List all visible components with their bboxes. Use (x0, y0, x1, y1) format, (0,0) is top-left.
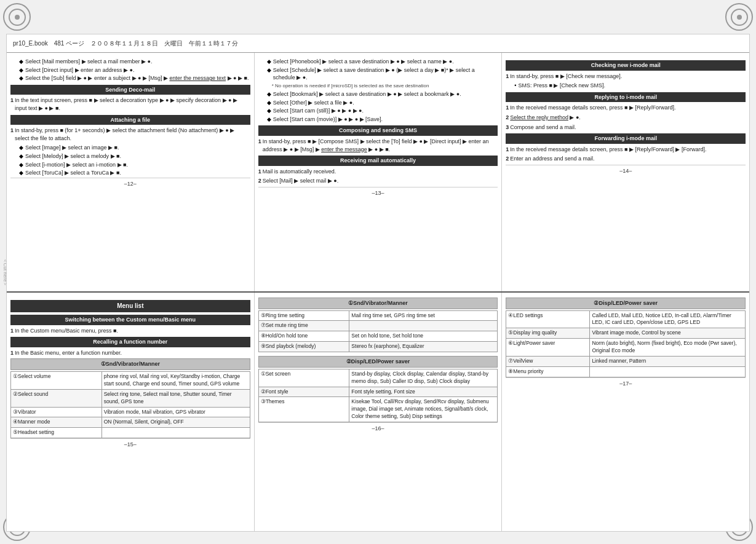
snd-vibrator-table-p15: ①Select volume phone ring vol, Mail ring… (10, 371, 250, 438)
snd-vibrator-table-p16: ⑤Ring time setting Mail ring time set, G… (258, 310, 498, 353)
table-row: ③Themes Kisekae Tool, Call/Rcv display, … (258, 397, 498, 422)
table-row: ④LED settings Called LED, Mail LED, Noti… (506, 310, 746, 328)
recall-step1: 1 In the Basic menu, enter a function nu… (10, 349, 250, 357)
step-number: 3 (506, 124, 509, 132)
bullet-icon: ◆ (267, 107, 271, 115)
step-text: Enter an address and send a mail. (510, 155, 594, 163)
disp-led-header-p17: ②Disp/LED/Power saver (506, 298, 746, 309)
table-cell-key: ①Select volume (11, 371, 102, 389)
table-cell-value: Stereo fx (earphone), Equalizer (349, 342, 498, 352)
forward-step2: 2 Enter an address and send a mail. (506, 155, 746, 163)
book-page: pr10_E.book 481 ページ ２００８年１１月１８日 火曜日 午前１１… (6, 34, 750, 532)
menu-list-header: Menu list (10, 300, 250, 312)
table-row: ⑦VeilView Linked manner, Pattern (506, 357, 746, 367)
bullet-text: Select [Start cam (still)] ▶ ● ▶ ● ▶ ●. (273, 107, 364, 115)
bullet-icon: ◆ (19, 152, 23, 160)
step-text: In the text input screen, press ■ ▶ sele… (15, 97, 250, 112)
receiving-mail-header: Receiving mail automatically (258, 156, 498, 166)
table-row: ⑦Set mute ring time (258, 321, 498, 331)
replying-imode-header: Replying to i-mode mail (506, 92, 746, 103)
step-number: 1 (506, 104, 509, 112)
page-15-col: Menu list Switching between the Custom m… (7, 293, 255, 531)
bullet-icon: ◆ (19, 74, 23, 82)
table-cell-value (349, 321, 498, 331)
bullet-icon: ◆ (267, 90, 271, 98)
recalling-fn-header: Recalling a function number (10, 337, 250, 347)
table-row: ①Select volume phone ring vol, Mail ring… (11, 371, 250, 389)
table-cell-value: Set on hold tone, Set hold tone (349, 331, 498, 342)
table-cell-key: ⑥Light/Power saver (506, 339, 590, 357)
page-number-13: –13– (258, 187, 498, 199)
table-row: ②Select sound Select ring tone, Select m… (11, 389, 250, 407)
step-text: In the received message details screen, … (510, 146, 706, 154)
check-step1: 1 In stand-by, press ■ ▶ [Check new mess… (506, 73, 746, 81)
step-number: 1 (10, 127, 14, 142)
attaching-sub-bullets: ◆ Select [Image] ▶ select an image ▶ ■. … (10, 144, 250, 176)
table-cell-key: ⑨Snd playbck (melody) (258, 342, 349, 352)
bullet-icon: ◆ (19, 169, 23, 177)
page-17-col: ②Disp/LED/Power saver ④LED settings Call… (502, 293, 749, 531)
bullet-text: Select [Direct input] ▶ enter an address… (25, 66, 135, 74)
table-row: ⑤Ring time setting Mail ring time set, G… (258, 310, 498, 321)
bullet-icon: ◆ (19, 144, 23, 152)
table-cell-key: ⑤Headset setting (11, 428, 102, 438)
table-cell-value: phone ring vol, Mail ring vol, Key/Stand… (101, 371, 250, 389)
bullet-text: Select [Image] ▶ select an image ▶ ■. (25, 144, 119, 152)
page-14-col: Checking new i-mode mail 1 In stand-by, … (502, 53, 749, 291)
disp-led-table-p16: ①Set screen Stand-by display, Clock disp… (258, 369, 498, 422)
step-text: In the received message details screen, … (510, 104, 675, 112)
step-text: Mail is automatically received. (263, 168, 336, 176)
table-row: ⑧Hold/On hold tone Set on hold tone, Set… (258, 331, 498, 342)
attaching-step1: 1 In stand-by, press ■ (for 1+ seconds) … (10, 127, 250, 142)
table-row: ⑤Display img quality Vibrant image mode,… (506, 328, 746, 339)
composing-sms-header: Composing and sending SMS (258, 125, 498, 136)
step-number: 1 (506, 146, 509, 154)
table-cell-value: Font style setting, Font size (349, 387, 498, 397)
bullet-text: SMS: Press ■ ▶ [Check new SMS]. (519, 82, 605, 90)
bullet-text: Select [Mail members] ▶ select a mail me… (25, 58, 153, 66)
table-cell-key: ⑧Menu priority (506, 366, 590, 377)
sending-deco-step1: 1 In the text input screen, press ■ ▶ se… (10, 97, 250, 112)
step-number: 1 (10, 349, 14, 357)
reply-step3: 3 Compose and send a mail. (506, 124, 746, 132)
table-cell-value: Linked manner, Pattern (590, 357, 746, 367)
bullet-text: Select [Phonebook] ▶ select a save desti… (273, 58, 454, 66)
reply-step1: 1 In the received message details screen… (506, 104, 746, 112)
table-row: ⑥Light/Power saver Norm (auto bright), N… (506, 339, 746, 357)
bullet-icon: ◆ (267, 116, 271, 124)
table-cell-key: ⑤Display img quality (506, 328, 590, 339)
page-number-17: –17– (506, 377, 746, 390)
step-text: Select [Mail] ▶ select mail ▶ ●. (263, 177, 338, 185)
table-cell-value (101, 428, 250, 438)
bullet-text: Select the [Sub] field ▶ ● ▶ enter a sub… (25, 74, 249, 82)
check-sub: • SMS: Press ■ ▶ [Check new SMS]. (506, 82, 746, 90)
reply-step2: 2 Select the reply method ▶ ●. (506, 114, 746, 122)
bullet-icon: ◆ (19, 161, 23, 169)
sms-step1: 1 In stand-by, press ■ ▶ [Compose SMS] ▶… (258, 138, 498, 153)
step-number: 1 (506, 73, 509, 81)
table-cell-value: Select ring tone, Select mail tone, Shut… (101, 389, 250, 407)
step-number: 1 (258, 138, 261, 153)
page-header: pr10_E.book 481 ページ ２００８年１１月１８日 火曜日 午前１１… (7, 34, 749, 53)
step-text: In the Basic menu, enter a function numb… (15, 349, 122, 357)
sending-deco-header: Sending Deco-mail (10, 85, 250, 95)
step-number: 2 (506, 114, 509, 122)
table-cell-key: ④Manner mode (11, 417, 102, 428)
table-row: ⑤Headset setting (11, 428, 250, 438)
bullet-text: Select [Melody] ▶ select a melody ▶ ■. (25, 152, 121, 160)
page-number-15: –15– (10, 438, 250, 451)
table-cell-key: ①Set screen (258, 369, 349, 387)
forward-step1: 1 In the received message details screen… (506, 146, 746, 154)
corner-decoration-tl (3, 3, 31, 31)
table-cell-value: ON (Normal, Silent, Original), OFF (101, 417, 250, 428)
bullet-icon: ◆ (19, 58, 23, 66)
table-row: ⑨Snd playbck (melody) Stereo fx (earphon… (258, 342, 498, 352)
note-text: * No operation is needed if [microSD] is… (267, 82, 498, 89)
snd-vibrator-header-p16: ①Snd/Vibrator/Manner (258, 298, 498, 309)
step-text: In stand-by, press ■ ▶ [Compose SMS] ▶ s… (263, 138, 498, 153)
step-number: 2 (258, 177, 261, 185)
table-cell-value: Vibration mode, Mail vibration, GPS vibr… (101, 407, 250, 417)
switching-menu-header: Switching between the Custom menu/Basic … (10, 315, 250, 325)
step-text: In the Custom menu/Basic menu, press ■. (15, 327, 118, 335)
bullet-icon: ◆ (19, 66, 23, 74)
